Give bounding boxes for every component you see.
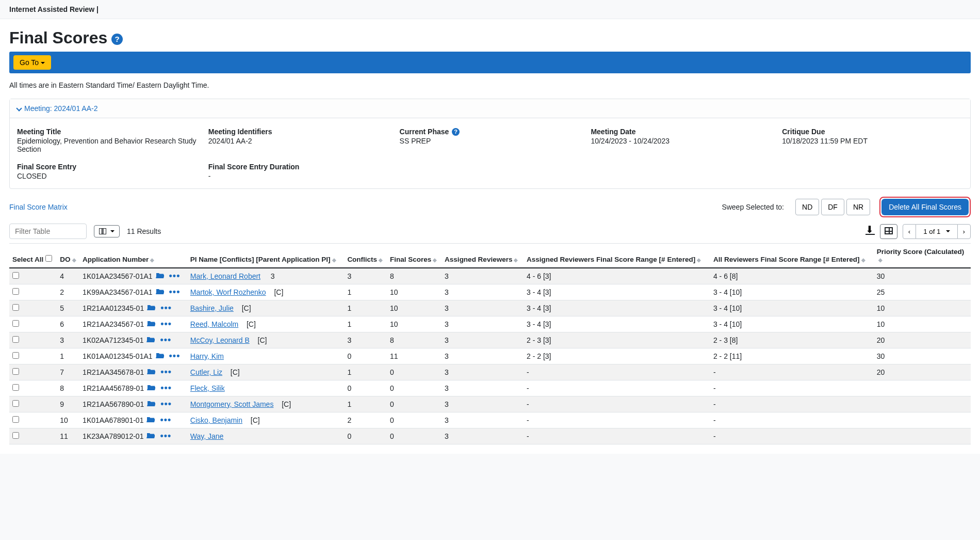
- folder-icon[interactable]: [146, 336, 155, 344]
- row-checkbox[interactable]: [12, 416, 19, 423]
- more-actions-icon[interactable]: •••: [160, 415, 171, 425]
- table-row: 111K23AA789012-01•••Way, Jane003--: [9, 428, 971, 444]
- pi-link[interactable]: Reed, Malcolm: [190, 320, 238, 328]
- help-icon[interactable]: ?: [111, 34, 123, 45]
- cell-conflicts: 0: [344, 380, 387, 396]
- folder-icon[interactable]: [156, 352, 164, 360]
- more-actions-icon[interactable]: •••: [169, 271, 181, 281]
- delete-all-highlight: Delete All Final Scores: [879, 197, 971, 217]
- goto-button[interactable]: Go To: [13, 55, 51, 70]
- more-actions-icon[interactable]: •••: [160, 431, 171, 441]
- row-checkbox[interactable]: [12, 384, 19, 391]
- cell-all-range: 2 - 2 [11]: [710, 348, 874, 364]
- cell-assigned-reviewers: 3: [442, 348, 524, 364]
- grid-view-button[interactable]: [880, 224, 897, 239]
- cell-app-number: 1K01AA234567-01A1•••: [79, 268, 187, 284]
- table-row: 31K02AA712345-01•••McCoy, Leonard B [C]3…: [9, 332, 971, 348]
- meeting-panel-toggle[interactable]: Meeting: 2024/01 AA-2: [10, 99, 970, 118]
- col-all-range[interactable]: All Reviewers Final Score Range [# Enter…: [710, 244, 874, 268]
- pi-link[interactable]: Mark, Leonard Robert: [190, 272, 260, 280]
- row-checkbox[interactable]: [12, 432, 19, 439]
- col-pi-name[interactable]: PI Name [Conflicts] [Parent Application …: [187, 244, 345, 268]
- table-row: 101K01AA678901-01•••Cisko, Benjamin [C]2…: [9, 412, 971, 428]
- cell-all-range: 2 - 3 [8]: [710, 332, 874, 348]
- help-icon[interactable]: ?: [452, 128, 460, 136]
- sort-icon: ◆: [433, 257, 436, 263]
- cell-assigned-range: 4 - 6 [3]: [524, 268, 710, 284]
- more-actions-icon[interactable]: •••: [169, 287, 181, 297]
- pi-link[interactable]: Fleck, Silik: [190, 384, 225, 392]
- more-actions-icon[interactable]: •••: [160, 335, 171, 345]
- folder-icon[interactable]: [156, 272, 164, 280]
- cell-pi-name: Martok, Worf Rozhenko [C]: [187, 284, 345, 300]
- pi-link[interactable]: Cisko, Benjamin: [190, 416, 242, 424]
- select-all-checkbox[interactable]: [45, 255, 52, 262]
- cell-priority: 10: [874, 316, 971, 332]
- row-checkbox[interactable]: [12, 288, 19, 295]
- row-checkbox[interactable]: [12, 320, 19, 327]
- download-button[interactable]: [865, 226, 875, 237]
- col-priority-score[interactable]: Priority Score (Calculated)◆: [874, 244, 971, 268]
- sweep-nd-button[interactable]: ND: [795, 199, 819, 215]
- pager-next-button[interactable]: ›: [957, 224, 971, 239]
- cell-assigned-reviewers: 3: [442, 412, 524, 428]
- pi-link[interactable]: Way, Jane: [190, 432, 224, 440]
- folder-icon[interactable]: [147, 320, 155, 328]
- more-actions-icon[interactable]: •••: [160, 399, 172, 409]
- folder-icon[interactable]: [147, 384, 155, 392]
- final-score-matrix-link[interactable]: Final Score Matrix: [9, 203, 68, 211]
- col-application-number[interactable]: Application Number◆: [79, 244, 187, 268]
- conflict-tag: [C]: [238, 304, 251, 312]
- folder-icon[interactable]: [147, 400, 155, 408]
- conflict-tag: [C]: [270, 288, 284, 296]
- more-actions-icon[interactable]: •••: [169, 351, 181, 361]
- pi-link[interactable]: Cutler, Liz: [190, 368, 222, 376]
- col-assigned-range[interactable]: Assigned Reviewers Final Score Range [# …: [524, 244, 710, 268]
- pager-prev-button[interactable]: ‹: [903, 224, 916, 239]
- folder-icon[interactable]: [146, 432, 155, 440]
- cell-priority: 25: [874, 284, 971, 300]
- pi-link[interactable]: McCoy, Leonard B: [190, 336, 250, 344]
- pi-link[interactable]: Harry, Kim: [190, 352, 224, 360]
- meeting-identifiers-label: Meeting Identifiers: [208, 128, 389, 136]
- row-checkbox[interactable]: [12, 304, 19, 311]
- delete-all-final-scores-button[interactable]: Delete All Final Scores: [881, 199, 969, 215]
- row-checkbox[interactable]: [12, 352, 19, 359]
- folder-icon[interactable]: [146, 416, 155, 424]
- folder-icon[interactable]: [156, 288, 164, 296]
- folder-icon[interactable]: [147, 368, 155, 376]
- cell-final-scores: 10: [387, 316, 442, 332]
- pi-link[interactable]: Martok, Worf Rozhenko: [190, 288, 266, 296]
- column-settings-button[interactable]: [94, 225, 120, 237]
- cell-all-range: -: [710, 412, 874, 428]
- pager-page-select[interactable]: 1 of 1: [916, 224, 957, 239]
- col-select-all[interactable]: Select All: [9, 244, 57, 268]
- filter-table-input[interactable]: [9, 224, 87, 239]
- cell-app-number: 1R21AA345678-01•••: [79, 364, 187, 380]
- col-final-scores[interactable]: Final Scores◆: [387, 244, 442, 268]
- row-checkbox[interactable]: [12, 336, 19, 343]
- pi-link[interactable]: Montgomery, Scott James: [190, 400, 274, 408]
- sweep-nr-button[interactable]: NR: [846, 199, 870, 215]
- pi-link[interactable]: Bashire, Julie: [190, 304, 234, 312]
- col-assigned-reviewers[interactable]: Assigned Reviewers◆: [442, 244, 524, 268]
- row-checkbox[interactable]: [12, 368, 19, 375]
- more-actions-icon[interactable]: •••: [160, 303, 172, 313]
- folder-icon[interactable]: [147, 304, 155, 312]
- cell-conflicts: 3: [344, 268, 387, 284]
- critique-due-value: 10/18/2023 11:59 PM EDT: [782, 137, 963, 145]
- cell-assigned-range: -: [524, 364, 710, 380]
- row-checkbox[interactable]: [12, 400, 19, 407]
- row-checkbox[interactable]: [12, 272, 19, 279]
- cell-assigned-range: -: [524, 428, 710, 444]
- col-do[interactable]: DO◆: [57, 244, 79, 268]
- sweep-df-button[interactable]: DF: [821, 199, 844, 215]
- cell-priority: [874, 428, 971, 444]
- meeting-title-label: Meeting Title: [17, 128, 198, 136]
- col-conflicts[interactable]: Conflicts◆: [344, 244, 387, 268]
- more-actions-icon[interactable]: •••: [160, 319, 172, 329]
- cell-final-scores: 0: [387, 396, 442, 412]
- more-actions-icon[interactable]: •••: [160, 383, 172, 393]
- cell-do: 5: [57, 300, 79, 316]
- more-actions-icon[interactable]: •••: [160, 367, 172, 377]
